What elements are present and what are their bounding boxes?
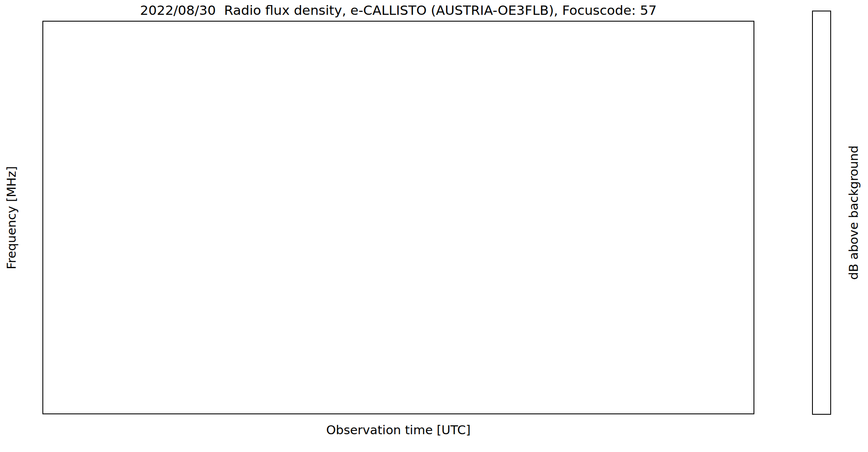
- colorbar-label: dB above background: [846, 145, 861, 280]
- chart-title: 2022/08/30 Radio flux density, e-CALLIST…: [43, 3, 754, 18]
- y-axis-label: Frequency [MHz]: [4, 166, 19, 269]
- spectrogram-heatmap: [42, 21, 754, 414]
- x-axis-label: Observation time [UTC]: [43, 423, 754, 437]
- figure: 2022/08/30 Radio flux density, e-CALLIST…: [0, 0, 868, 452]
- colorbar: [812, 11, 831, 415]
